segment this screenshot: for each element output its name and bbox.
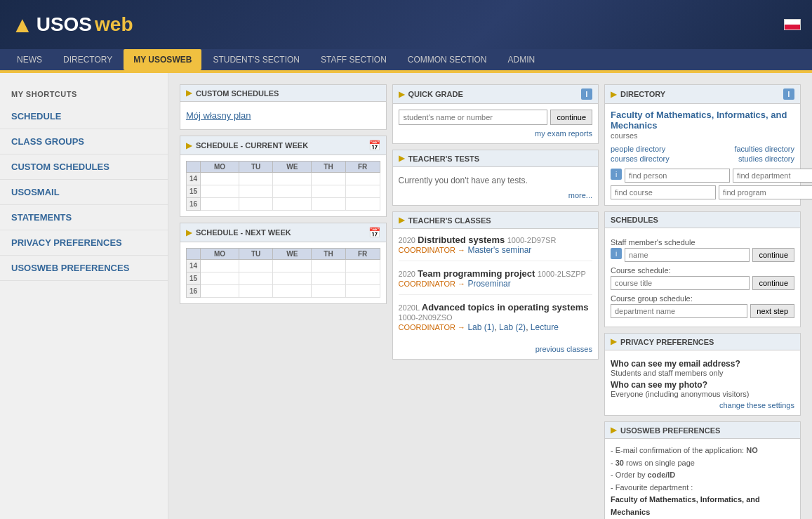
class-code-2: 1000-2LSZPP (538, 270, 586, 278)
class-name-2[interactable]: Team programming project (418, 268, 535, 279)
faculty-name[interactable]: Faculty of Mathematics, Informatics, and… (611, 110, 794, 131)
class-lecture[interactable]: Lecture (531, 322, 559, 332)
my-exam-reports-link[interactable]: my exam reports (399, 129, 593, 138)
logo-usos: USOS (36, 13, 92, 36)
dept-name-input[interactable] (611, 304, 747, 318)
find-course-input[interactable] (611, 185, 716, 199)
find-department-input[interactable] (733, 169, 812, 183)
staff-continue-btn[interactable]: continue (752, 248, 794, 262)
faculties-dir-link[interactable]: faculties directory (734, 145, 794, 153)
schedule-current-title: SCHEDULE - CURRENT WEEK (196, 141, 308, 150)
custom-schedules-title: CUSTOM SCHEDULES (196, 89, 279, 98)
calendar-icon-2[interactable]: 📅 (368, 227, 380, 238)
people-dir-link[interactable]: people directory (611, 145, 670, 153)
nav-news[interactable]: NEWS (7, 49, 52, 70)
find-program-input[interactable] (719, 185, 812, 199)
day-fr: FR (345, 162, 380, 173)
main-columns: ▶ CUSTOM SCHEDULES Mój własny plan ▶ SCH… (180, 84, 801, 519)
info-icon-quick-grade[interactable]: i (581, 88, 592, 100)
pref-dept-line: - Favourite department : (611, 482, 794, 494)
pref-email-line: - E-mail confirmation of the application… (611, 445, 794, 457)
schedules-widget: SCHEDULES Staff member's schedule i cont… (604, 211, 801, 327)
quick-grade-continue-btn[interactable]: continue (550, 110, 592, 125)
studies-dir-link[interactable]: studies directory (734, 155, 794, 163)
arrow-icon-4: ▶ (399, 90, 404, 99)
info-badge-person: i (611, 169, 622, 180)
sidebar-item-class-groups[interactable]: CLASS GROUPS (0, 129, 168, 155)
pref-order-line: - Order by code/ID (611, 469, 794, 482)
class-entry-1: 2020 Distributed systems 1000-2D97SR COO… (399, 235, 593, 261)
schedules-header: SCHEDULES (605, 212, 800, 228)
calendar-icon[interactable]: 📅 (368, 140, 380, 151)
pref-email-val: NO (746, 446, 758, 454)
class-name-3[interactable]: Advanced topics in operating systems (422, 302, 589, 313)
class-role-3: COORDINATOR → (399, 323, 466, 331)
directory-body: Faculty of Mathematics, Informatics, and… (605, 104, 800, 205)
more-tests-link[interactable]: more... (399, 191, 593, 199)
nav-students[interactable]: STUDENT'S SECTION (203, 49, 310, 70)
nweek-row-16: 16 (187, 285, 201, 298)
find-person-row: i (611, 169, 794, 183)
nav-common[interactable]: COMMON SECTION (398, 49, 497, 70)
privacy-prefs-header: ▶ PRIVACY PREFERENCES (605, 334, 800, 350)
nav-directory[interactable]: DIRECTORY (53, 49, 122, 70)
class-code-1: 1000-2D97SR (507, 236, 557, 244)
change-privacy-link[interactable]: change these settings (611, 401, 794, 409)
class-type-2[interactable]: Proseminar (467, 279, 510, 289)
teachers-classes-widget: ▶ TEACHER'S CLASSES 2020 Distributed sys… (392, 211, 599, 360)
next-week-table: MO TU WE TH FR 14 15 (186, 248, 380, 298)
dir-col2: faculties directory studies directory (734, 145, 794, 163)
custom-schedule-link[interactable]: Mój własny plan (186, 107, 380, 124)
schedules-title: SCHEDULES (611, 216, 658, 224)
dir-col1: people directory courses directory (611, 145, 670, 163)
quick-grade-body: continue my exam reports (393, 104, 599, 143)
arrow-icon-5: ▶ (399, 154, 404, 163)
week-row-16: 16 (187, 198, 201, 211)
custom-schedules-body: Mój własny plan (180, 102, 386, 129)
arrow-icon-6: ▶ (399, 216, 404, 225)
class-labs[interactable]: Lab (1) (467, 322, 494, 332)
nav-staff[interactable]: STAFF SECTION (311, 49, 397, 70)
staff-name-input[interactable] (625, 248, 750, 262)
day-tu: TU (239, 162, 273, 173)
info-icon-directory[interactable]: i (783, 88, 794, 100)
nav-admin[interactable]: ADMIN (498, 49, 545, 70)
group-sched-row: next step (611, 304, 794, 318)
class-name-1[interactable]: Distributed systems (418, 235, 505, 245)
nday-mo: MO (201, 249, 239, 260)
teachers-tests-title: TEACHER'S TESTS (408, 155, 480, 163)
nday-tu: TU (239, 249, 273, 260)
photo-question: Who can see my photo? (611, 380, 794, 390)
courses-dir-link[interactable]: courses directory (611, 155, 670, 163)
nav-myusosweb[interactable]: MY USOSWEB (124, 49, 201, 70)
course-title-input[interactable] (611, 276, 750, 290)
photo-answer: Everyone (including anonymous visitors) (611, 390, 794, 398)
sidebar-item-privacy[interactable]: PRIVACY PREFERENCES (0, 230, 168, 256)
previous-classes-link[interactable]: previous classes (399, 345, 593, 353)
flag-icon[interactable] (784, 19, 801, 30)
teachers-classes-body: 2020 Distributed systems 1000-2D97SR COO… (393, 229, 599, 359)
sidebar-item-custom-schedules[interactable]: CUSTOM SCHEDULES (0, 155, 168, 180)
class-lab2[interactable]: Lab (2) (499, 322, 526, 332)
schedule-next-header: ▶ SCHEDULE - NEXT WEEK 📅 (180, 223, 386, 242)
pref-dept-val: Faculty of Mathematics, Informatics, and… (611, 494, 794, 518)
arrow-icon-7: ▶ (611, 90, 616, 99)
course-sched-row: continue (611, 276, 794, 290)
find-person-input[interactable] (625, 169, 730, 183)
quick-grade-input[interactable] (399, 110, 548, 125)
course-continue-btn[interactable]: continue (752, 276, 794, 290)
sidebar-item-statements[interactable]: STATEMENTS (0, 205, 168, 230)
next-step-btn[interactable]: next step (750, 304, 794, 318)
day-we: WE (273, 162, 312, 173)
quick-grade-row: continue (399, 110, 593, 125)
schedule-current-widget: ▶ SCHEDULE - CURRENT WEEK 📅 MO TU WE TH (180, 136, 387, 217)
class-year-3: 2020L (399, 303, 422, 312)
sidebar-item-schedule[interactable]: SCHEDULE (0, 104, 168, 129)
schedules-body: Staff member's schedule i continue Cours… (605, 228, 800, 327)
sidebar-item-usosweb-prefs[interactable]: USOSWEB PREFERENCES (0, 256, 168, 281)
teachers-classes-title: TEACHER'S CLASSES (408, 216, 491, 225)
sidebar-item-usosmail[interactable]: USOSMAIL (0, 180, 168, 205)
class-type-1[interactable]: Master's seminar (467, 245, 531, 255)
directory-widget: ▶ DIRECTORY i Faculty of Mathematics, In… (604, 84, 801, 206)
middle-column: ▶ QUICK GRADE i continue my exam reports (392, 84, 599, 519)
